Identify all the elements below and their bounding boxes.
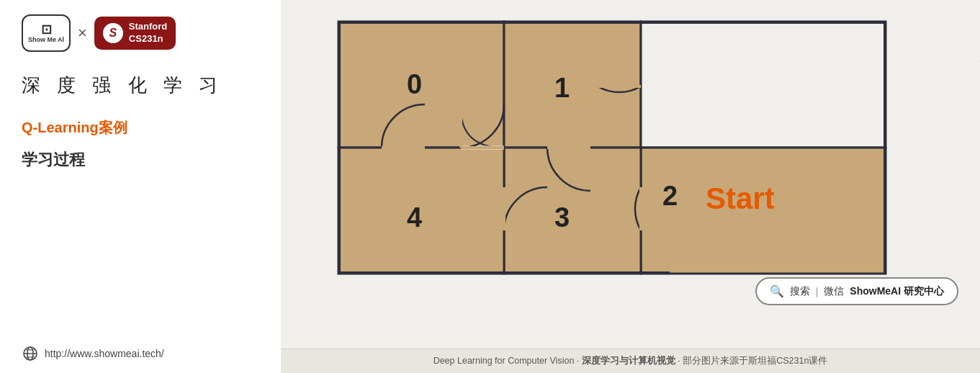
svg-rect-26 — [338, 271, 670, 274]
showmeai-label: Show Me Al — [28, 36, 64, 44]
svg-text:4: 4 — [407, 202, 422, 233]
monitor-icon: ⊡ — [41, 23, 52, 36]
search-brand: ShowMeAI 研究中心 — [850, 285, 944, 298]
floorplan-area: ShowMeAI 5 Finish — [281, 0, 980, 349]
footer: Deep Learning for Computer Vision · 深度学习… — [281, 349, 980, 373]
footer-text: Deep Learning for Computer Vision · 深度学习… — [433, 356, 828, 366]
stanford-text: Stanford CS231n — [129, 21, 167, 45]
showmeai-logo: ⊡ Show Me Al — [22, 14, 71, 52]
search-bar[interactable]: 🔍 搜索 | 微信 ShowMeAI 研究中心 — [755, 277, 958, 305]
times-symbol: × — [78, 24, 87, 42]
svg-text:3: 3 — [554, 202, 570, 233]
svg-text:2: 2 — [662, 181, 678, 211]
stanford-line1: Stanford — [129, 21, 167, 33]
svg-rect-28 — [338, 22, 886, 24]
url-text[interactable]: http://www.showmeai.tech/ — [45, 348, 164, 359]
search-text2: 微信 — [824, 285, 844, 298]
floorplan-svg: 0 1 3 4 2 Start — [295, 14, 966, 288]
search-icon: 🔍 — [770, 284, 784, 298]
stanford-badge: S Stanford CS231n — [94, 17, 176, 50]
logo-area: ⊡ Show Me Al × S Stanford CS231n — [22, 14, 259, 52]
svg-text:1: 1 — [554, 73, 570, 103]
search-divider: | — [816, 286, 819, 297]
sidebar-url: http://www.showmeai.tech/ — [22, 345, 259, 362]
search-text1: 搜索 — [790, 285, 810, 298]
svg-rect-6 — [504, 22, 641, 148]
sidebar-section: 学习过程 — [22, 149, 259, 171]
sidebar-subtitle: Q-Learning案例 — [22, 118, 259, 138]
svg-rect-25 — [338, 22, 341, 274]
svg-text:0: 0 — [407, 69, 422, 99]
url-icon — [22, 345, 39, 362]
svg-rect-27 — [884, 22, 886, 274]
stanford-s-letter: S — [103, 23, 123, 43]
main-content: ShowMeAI 5 Finish — [281, 0, 980, 373]
stanford-line2: CS231n — [129, 33, 167, 45]
svg-rect-7 — [641, 22, 886, 148]
sidebar-title: 深 度 强 化 学 习 — [22, 72, 259, 98]
svg-rect-9 — [504, 148, 641, 274]
sidebar: ⊡ Show Me Al × S Stanford CS231n 深 度 强 化… — [0, 0, 281, 373]
svg-text:Start: Start — [706, 181, 775, 215]
